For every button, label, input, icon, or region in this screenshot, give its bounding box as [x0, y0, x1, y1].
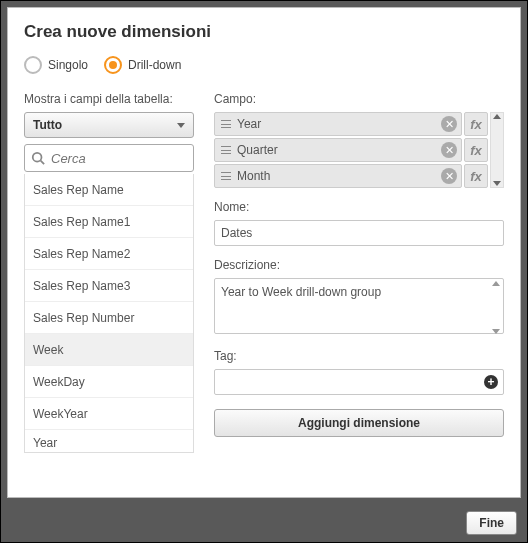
- list-item[interactable]: WeekDay: [25, 366, 193, 398]
- radio-drilldown[interactable]: Drill-down: [104, 56, 181, 74]
- list-item[interactable]: Sales Rep Name1: [25, 206, 193, 238]
- left-column: Mostra i campi della tabella: Tutto Sale…: [24, 92, 194, 453]
- list-item[interactable]: WeekYear: [25, 398, 193, 430]
- desc-scrollbar[interactable]: [489, 279, 503, 336]
- fx-button[interactable]: fx: [464, 112, 488, 136]
- drag-handle-icon[interactable]: [221, 146, 231, 154]
- campo-scrollbar[interactable]: [490, 112, 504, 188]
- campo-chip[interactable]: Month ✕: [214, 164, 462, 188]
- scroll-up-icon[interactable]: [493, 114, 501, 119]
- campo-chip[interactable]: Quarter ✕: [214, 138, 462, 162]
- fx-button[interactable]: fx: [464, 164, 488, 188]
- clear-icon[interactable]: ✕: [441, 142, 457, 158]
- scroll-down-icon[interactable]: [493, 181, 501, 186]
- clear-icon[interactable]: ✕: [441, 168, 457, 184]
- add-tag-icon[interactable]: +: [484, 375, 498, 389]
- fx-button[interactable]: fx: [464, 138, 488, 162]
- radio-single[interactable]: Singolo: [24, 56, 88, 74]
- radio-checked-icon: [104, 56, 122, 74]
- campo-area: Year ✕ fx Quarter ✕ fx: [214, 112, 504, 188]
- nome-input[interactable]: [214, 220, 504, 246]
- campo-row: Month ✕ fx: [214, 164, 488, 188]
- search-field[interactable]: [24, 144, 194, 172]
- scroll-down-icon[interactable]: [492, 329, 500, 334]
- tag-input[interactable]: [214, 369, 504, 395]
- table-select-value: Tutto: [33, 118, 62, 132]
- radio-drilldown-label: Drill-down: [128, 58, 181, 72]
- drag-handle-icon[interactable]: [221, 172, 231, 180]
- dialog-title: Crea nuove dimensioni: [24, 22, 504, 42]
- list-item[interactable]: Sales Rep Name2: [25, 238, 193, 270]
- list-item[interactable]: Year: [25, 430, 193, 452]
- table-fields-label: Mostra i campi della tabella:: [24, 92, 194, 106]
- list-item[interactable]: Sales Rep Name3: [25, 270, 193, 302]
- campo-chip[interactable]: Year ✕: [214, 112, 462, 136]
- nome-label: Nome:: [214, 200, 504, 214]
- campo-text: Quarter: [237, 143, 441, 157]
- svg-line-1: [41, 161, 45, 165]
- list-item[interactable]: Week: [25, 334, 193, 366]
- table-select[interactable]: Tutto: [24, 112, 194, 138]
- campo-list: Year ✕ fx Quarter ✕ fx: [214, 112, 488, 188]
- field-list: Sales Rep Name Sales Rep Name1 Sales Rep…: [24, 174, 194, 453]
- scroll-up-icon[interactable]: [492, 281, 500, 286]
- dialog-footer: Fine: [1, 504, 527, 542]
- search-icon: [31, 151, 45, 165]
- search-input[interactable]: [51, 151, 220, 166]
- campo-label: Campo:: [214, 92, 504, 106]
- descrizione-label: Descrizione:: [214, 258, 504, 272]
- create-dimensions-dialog: Crea nuove dimensioni Singolo Drill-down…: [7, 7, 521, 498]
- list-item[interactable]: Sales Rep Number: [25, 302, 193, 334]
- campo-text: Year: [237, 117, 441, 131]
- tag-label: Tag:: [214, 349, 504, 363]
- list-item[interactable]: Sales Rep Name: [25, 174, 193, 206]
- drag-handle-icon[interactable]: [221, 120, 231, 128]
- right-column: Campo: Year ✕ fx: [214, 92, 504, 437]
- campo-row: Year ✕ fx: [214, 112, 488, 136]
- done-button[interactable]: Fine: [466, 511, 517, 535]
- descrizione-input[interactable]: [214, 278, 504, 334]
- chevron-down-icon: [177, 123, 185, 128]
- type-radio-group: Singolo Drill-down: [24, 56, 504, 74]
- campo-text: Month: [237, 169, 441, 183]
- campo-row: Quarter ✕ fx: [214, 138, 488, 162]
- radio-unchecked-icon: [24, 56, 42, 74]
- add-dimension-button[interactable]: Aggiungi dimensione: [214, 409, 504, 437]
- svg-point-0: [33, 153, 42, 162]
- clear-icon[interactable]: ✕: [441, 116, 457, 132]
- radio-single-label: Singolo: [48, 58, 88, 72]
